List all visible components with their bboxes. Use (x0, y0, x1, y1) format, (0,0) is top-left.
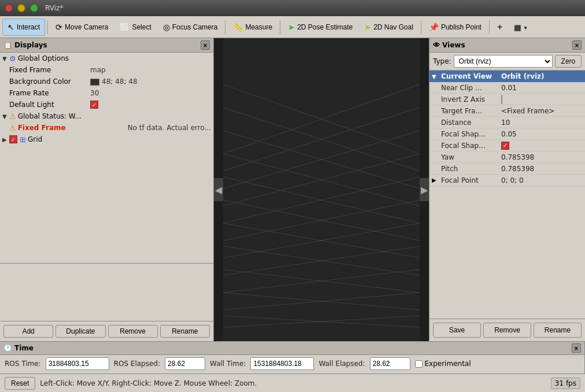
remove-button[interactable]: Remove (108, 325, 158, 338)
views-rename-button[interactable]: Rename (534, 323, 582, 338)
move-camera-label: Move Camera (65, 23, 108, 31)
views-row-focal-shape-2[interactable]: Focal Shap… (430, 140, 585, 151)
time-close-button[interactable]: × (572, 343, 581, 353)
global-status-arrow[interactable]: ▼ (2, 113, 9, 120)
titlebar: RViz* (0, 0, 585, 16)
views-row-invert-z[interactable]: Invert Z Axis (430, 94, 585, 105)
add-button[interactable]: Add (3, 325, 53, 338)
ros-time-label: ROS Time: (5, 360, 41, 368)
views-row-target-frame[interactable]: Target Fra… <Fixed Frame> (430, 105, 585, 117)
current-view-type: Orbit (rviz) (497, 72, 583, 80)
focus-camera-label: Focus Camera (172, 23, 218, 31)
tree-item-global-status[interactable]: ▼ ⚠ Global Status: W... (0, 110, 213, 122)
measure-button[interactable]: Measure (228, 19, 277, 36)
ros-time-input[interactable] (46, 357, 109, 370)
maximize-button[interactable] (30, 4, 38, 12)
invert-z-value (497, 95, 583, 103)
views-close-button[interactable]: × (572, 40, 582, 50)
select-label: Select (132, 23, 151, 31)
views-row-pitch[interactable]: Pitch 0.785398 (430, 163, 585, 175)
invert-z-checkbox[interactable] (501, 95, 502, 104)
time-panel-title: Time (12, 344, 572, 352)
experimental-label: Experimental (425, 360, 471, 368)
close-button[interactable] (5, 4, 13, 12)
views-row-yaw[interactable]: Yaw 0.785398 (430, 151, 585, 163)
move-camera-button[interactable]: Move Camera (50, 19, 113, 36)
tree-item-grid[interactable]: ▶ ⊞ Grid (0, 134, 213, 145)
views-row-focal-point[interactable]: ▶ Focal Point 0; 0; 0 (430, 175, 585, 186)
fps-badge: 31 fps (551, 378, 580, 389)
experimental-checkbox-row: Experimental (415, 360, 471, 368)
near-clip-key: Near Clip … (439, 84, 497, 92)
main-area: Displays × ▼ ⚙ Global Options Fixed Fram… (0, 38, 585, 341)
views-tree: ▼ Current View Orbit (rviz) Near Clip … … (430, 71, 585, 319)
tree-item-fixed-frame[interactable]: Fixed Frame map (0, 64, 213, 76)
type-select[interactable]: Orbit (rviz) XY Orbit (rviz) ThirdPerson… (454, 55, 553, 68)
viewport-right-arrow[interactable]: ▶ (420, 178, 429, 201)
duplicate-button[interactable]: Duplicate (55, 325, 105, 338)
yaw-key: Yaw (439, 153, 497, 161)
menu-arrow-icon (523, 23, 528, 31)
interact-button[interactable]: Interact (2, 19, 45, 36)
menu-button[interactable] (509, 19, 533, 36)
rename-button[interactable]: Rename (160, 325, 210, 338)
fixed-frame-status-value: No tf data. Actual erro... (128, 124, 211, 132)
views-save-button[interactable]: Save (433, 323, 481, 338)
nav-goal-button[interactable]: 2D Nav Goal (359, 19, 419, 36)
pitch-key: Pitch (439, 165, 497, 173)
tree-item-bg-color[interactable]: Background Color 48; 48; 48 (0, 76, 213, 87)
views-row-near-clip[interactable]: Near Clip … 0.01 (430, 82, 585, 94)
ros-elapsed-input[interactable] (165, 357, 205, 370)
views-type-row: Type: Orbit (rviz) XY Orbit (rviz) Third… (430, 53, 585, 71)
wall-elapsed-input[interactable] (370, 357, 410, 370)
tree-item-frame-rate[interactable]: Frame Rate 30 (0, 87, 213, 99)
time-header: Time × (0, 342, 584, 355)
zero-button[interactable]: Zero (555, 55, 582, 68)
ros-elapsed-label: ROS Elapsed: (114, 360, 160, 368)
views-row-distance[interactable]: Distance 10 (430, 117, 585, 128)
displays-panel: Displays × ▼ ⚙ Global Options Fixed Fram… (0, 38, 214, 341)
toolbar-separator-4 (421, 20, 421, 34)
plus-icon (497, 22, 502, 32)
bottom-panels: Time × ROS Time: ROS Elapsed: Wall Time:… (0, 341, 585, 373)
toolbar-separator-2 (225, 20, 225, 34)
target-frame-key: Target Fra… (439, 107, 497, 115)
reset-button[interactable]: Reset (5, 377, 35, 390)
grid-arrow[interactable]: ▶ (2, 136, 9, 143)
displays-buttons: Add Duplicate Remove Rename (0, 321, 213, 341)
focal-shape-checkbox[interactable] (501, 142, 509, 150)
tree-item-global-options[interactable]: ▼ ⚙ Global Options (0, 53, 213, 64)
views-remove-button[interactable]: Remove (483, 323, 531, 338)
minimize-button[interactable] (17, 4, 25, 12)
global-status-label: Global Status: W... (18, 112, 211, 120)
focal-point-arrow[interactable]: ▶ (432, 177, 439, 183)
select-button[interactable]: Select (114, 19, 156, 36)
statusbar: Reset Left-Click: Move X/Y. Right-Click:… (0, 373, 585, 392)
pitch-value: 0.785398 (497, 165, 583, 173)
wall-time-input[interactable] (250, 357, 314, 370)
viewport[interactable]: ◀ ▶ (214, 38, 429, 341)
bg-color-key: Background Color (9, 77, 90, 86)
plus-button[interactable] (492, 19, 508, 36)
views-column-header: ▼ Current View Orbit (rviz) (430, 71, 585, 82)
gear-icon: ⚙ (9, 54, 16, 63)
current-view-arrow: ▼ (432, 73, 439, 80)
default-light-checkbox[interactable] (90, 101, 98, 109)
warning-icon-global: ⚠ (9, 112, 16, 121)
focal-shape-2-value (497, 141, 583, 150)
publish-point-button[interactable]: Publish Point (424, 19, 487, 36)
tree-item-default-light[interactable]: Default Light (0, 99, 213, 110)
measure-label: Measure (245, 23, 272, 31)
frame-rate-key: Frame Rate (9, 89, 90, 97)
bg-color-swatch (90, 79, 99, 86)
displays-tree: ▼ ⚙ Global Options Fixed Frame map Backg… (0, 53, 213, 263)
focus-camera-button[interactable]: Focus Camera (158, 19, 223, 36)
displays-close-button[interactable]: × (201, 40, 210, 50)
views-row-focal-shape-1[interactable]: Focal Shap… 0.05 (430, 128, 585, 140)
experimental-checkbox[interactable] (415, 360, 423, 368)
tree-item-fixed-frame-status[interactable]: ⚠ Fixed Frame No tf data. Actual erro... (0, 122, 213, 134)
grid-checkbox[interactable] (9, 135, 17, 143)
global-options-arrow[interactable]: ▼ (2, 56, 9, 62)
pose-estimate-button[interactable]: 2D Pose Estimate (283, 19, 358, 36)
viewport-left-arrow[interactable]: ◀ (214, 178, 223, 201)
